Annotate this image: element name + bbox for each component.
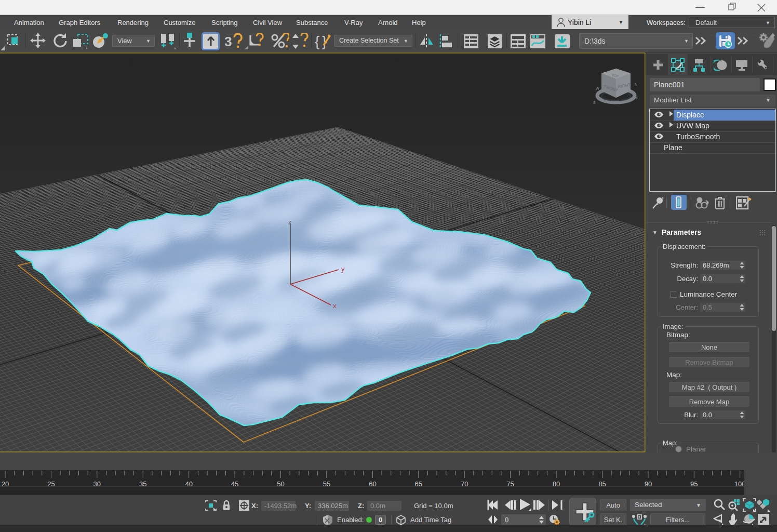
svg-text:E: E [636,96,639,100]
svg-text:x: x [333,302,337,310]
svg-text:W: W [596,87,599,90]
svg-text:N: N [635,83,637,86]
svg-text:3: 3 [224,34,232,49]
svg-text:S: S [593,101,596,104]
svg-text:{: { [315,33,319,49]
svg-text:y: y [341,265,345,273]
svg-text:z: z [288,218,292,226]
